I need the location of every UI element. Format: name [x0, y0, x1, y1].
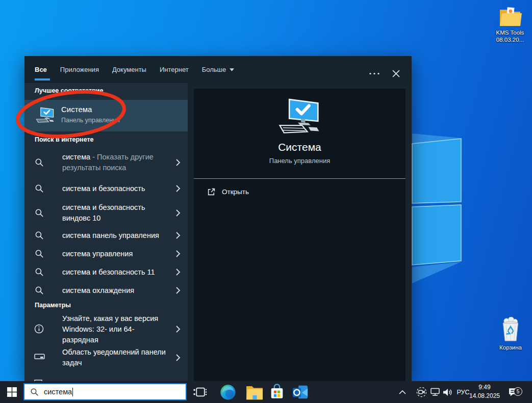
- web-suggestion-row[interactable]: система и безопасность 11: [24, 263, 188, 281]
- suggestion-text: система: [62, 203, 92, 211]
- chevron-right-icon: [175, 250, 181, 258]
- text-caret: [72, 388, 73, 396]
- start-button[interactable]: [0, 381, 23, 403]
- search-icon: [30, 388, 39, 396]
- tab-label: Больше: [202, 66, 226, 73]
- open-label: Открыть: [222, 188, 249, 196]
- desktop-icon-recycle-bin[interactable]: Корзина: [488, 317, 532, 351]
- tab-web[interactable]: Интернет: [160, 66, 189, 73]
- task-view-button[interactable]: [191, 381, 209, 403]
- chevron-right-icon: [175, 354, 181, 362]
- suggestion-text: управления: [92, 250, 133, 258]
- volume-icon: [443, 388, 453, 396]
- tab-label: Документы: [112, 66, 146, 73]
- best-match-subtitle: Панель управления: [61, 117, 120, 124]
- outlook-icon: [292, 384, 309, 400]
- web-suggestion-row[interactable]: система панель управления: [24, 226, 188, 245]
- tab-label: Все: [35, 66, 47, 73]
- recycle-bin-icon: [499, 317, 522, 342]
- best-match-title: Система: [61, 105, 92, 114]
- tab-label: Приложения: [60, 66, 99, 73]
- suggestion-text: панель управления: [92, 231, 159, 239]
- search-icon: [35, 249, 44, 258]
- preview-divider: [194, 178, 406, 179]
- meet-now-button[interactable]: [415, 381, 427, 403]
- desktop: KMS Tools 08.03.20... Корзина Все Прилож…: [0, 0, 532, 403]
- settings-text: Область уведомлений панели задач: [62, 348, 166, 367]
- open-action[interactable]: Открыть: [207, 187, 249, 196]
- edge-button[interactable]: [217, 381, 239, 403]
- wallpaper-windows-logo: [393, 127, 532, 290]
- chevron-right-icon: [175, 209, 181, 217]
- task-view-icon: [193, 385, 207, 399]
- outlook-button[interactable]: [290, 381, 311, 403]
- tray-chevron-up-button[interactable]: [398, 381, 407, 403]
- notification-area-icon: [34, 353, 45, 360]
- file-explorer-icon: [245, 385, 264, 400]
- settings-text: Узнайте, какая у вас версия Windows: 32-…: [62, 314, 158, 344]
- suggestion-text: система: [62, 286, 92, 294]
- folder-icon: [498, 6, 522, 28]
- meet-now-icon: [416, 387, 427, 397]
- chevron-right-icon: [175, 158, 181, 167]
- chevron-right-icon: [175, 268, 181, 276]
- tab-all[interactable]: Все: [35, 66, 47, 73]
- web-suggestion-row[interactable]: система - Показать другие результаты пои…: [24, 149, 188, 176]
- section-web-search: Поиск в интернете: [35, 136, 94, 143]
- web-suggestion-row[interactable]: система и безопасность виндовс 10: [24, 200, 188, 226]
- chevron-right-icon: [175, 286, 181, 294]
- system-computer-icon: [34, 107, 57, 124]
- suggestion-text: система: [62, 250, 92, 258]
- info-icon: [34, 324, 44, 334]
- network-icon: [429, 388, 441, 396]
- chevron-down-icon: [230, 68, 234, 71]
- active-tab-underline: [35, 78, 50, 80]
- volume-button[interactable]: [442, 381, 454, 403]
- search-icon: [35, 158, 44, 167]
- open-icon: [207, 187, 216, 196]
- file-explorer-button[interactable]: [244, 381, 265, 403]
- suggestion-text: и безопасность: [92, 184, 145, 193]
- tab-apps[interactable]: Приложения: [60, 66, 99, 73]
- preview-card: Система Панель управления Открыть: [194, 89, 406, 382]
- microsoft-store-icon: [269, 384, 285, 400]
- section-best-match: Лучшее соответствие: [35, 87, 103, 94]
- web-suggestion-row[interactable]: система и безопасность: [24, 179, 188, 198]
- search-icon: [35, 208, 44, 218]
- close-icon[interactable]: [392, 70, 400, 77]
- clock-date: 14.08.2025: [463, 392, 506, 400]
- clock[interactable]: 9:49 14.08.2025: [463, 383, 506, 400]
- tab-documents[interactable]: Документы: [112, 66, 146, 73]
- settings-result-row[interactable]: Область уведомлений панели задач: [24, 344, 188, 371]
- search-input-value: система: [44, 388, 72, 396]
- preview-subtitle: Панель управления: [269, 157, 330, 165]
- search-results-panel: Лучшее соответствие Система Панель управ…: [24, 83, 188, 382]
- notification-badge: 5: [514, 387, 522, 396]
- search-icon: [35, 267, 44, 277]
- edge-icon: [219, 384, 237, 401]
- preview-title: Система: [278, 141, 321, 153]
- taskbar-search-box[interactable]: система: [23, 383, 187, 400]
- suggestion-text: охлаждения: [92, 286, 134, 294]
- system-computer-icon-large: [273, 98, 326, 137]
- chevron-right-icon: [175, 325, 181, 333]
- best-match-item-system[interactable]: Система Панель управления: [24, 100, 188, 131]
- suggestion-text: система: [62, 184, 92, 193]
- web-suggestion-row[interactable]: система охлаждения: [24, 281, 188, 300]
- windows-logo-icon: [7, 387, 17, 397]
- settings-result-row[interactable]: Узнайте, какая у вас версия Windows: 32-…: [24, 316, 188, 342]
- more-options-icon[interactable]: [369, 72, 379, 75]
- desktop-icon-kms-tools[interactable]: KMS Tools 08.03.20...: [487, 6, 532, 43]
- chevron-right-icon: [175, 231, 181, 239]
- clock-time: 9:49: [463, 383, 506, 392]
- desktop-icon-label: KMS Tools: [487, 29, 532, 36]
- settings-result-row[interactable]: Укажите, должна ли система: [24, 371, 188, 382]
- web-suggestion-row[interactable]: система управления: [24, 245, 188, 263]
- tab-more[interactable]: Больше: [202, 66, 235, 73]
- chevron-up-icon: [399, 390, 406, 394]
- preview-panel: Система Панель управления Открыть: [188, 83, 412, 382]
- network-button[interactable]: [429, 381, 441, 403]
- notification-count: 5: [517, 389, 520, 394]
- microsoft-store-button[interactable]: [267, 381, 287, 403]
- chevron-right-icon: [175, 184, 181, 193]
